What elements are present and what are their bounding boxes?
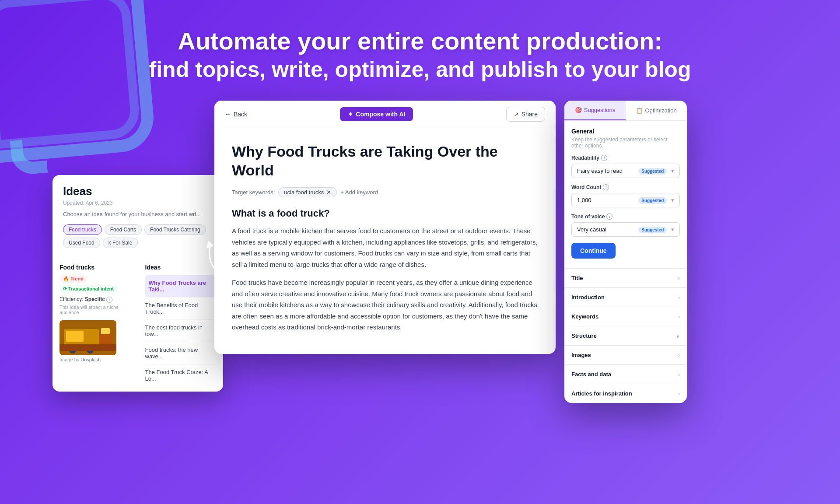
share-icon: ↗ <box>514 111 519 118</box>
article-p2: Food trucks have become increasingly pop… <box>232 277 538 333</box>
suggestions-icon: 🎯 <box>575 107 582 113</box>
keyword-tag-1[interactable]: ucla food trucks ✕ <box>278 187 337 197</box>
facts-chevron-icon: › <box>678 371 680 378</box>
word-count-suggested-badge: Suggested <box>638 197 667 204</box>
tag-food-carts[interactable]: Food Carts <box>105 224 142 235</box>
idea-item-3[interactable]: Food trucks: the new wave... <box>145 342 217 364</box>
add-keyword-button[interactable]: + Add keyword <box>340 189 378 196</box>
idea-item-2[interactable]: The best food trucks in tow... <box>145 320 217 342</box>
readability-chevron-icon: ▾ <box>671 168 674 174</box>
idea-item-1[interactable]: The Benefits of Food Truck... <box>145 298 217 320</box>
card-header: ← Back ✦ Compose with AI ↗ Share <box>214 101 556 128</box>
col1-title: Food trucks <box>60 264 131 271</box>
compose-icon: ✦ <box>348 111 353 118</box>
general-section-subtitle: Keep the suggested parameters or select … <box>571 136 680 149</box>
tag-k-for-sale[interactable]: k For Sale <box>103 238 138 248</box>
trans-badge: ⟳ Transactional intent <box>60 285 117 293</box>
share-button[interactable]: ↗ Share <box>506 107 545 122</box>
articles-chevron-icon: › <box>678 391 680 397</box>
structure-chevron-icon: ∨ <box>676 333 680 339</box>
badge-row: 🔥 Trend ⟳ Transactional intent <box>60 275 131 293</box>
main-card: ← Back ✦ Compose with AI ↗ Share Why Foo… <box>214 101 556 354</box>
word-count-select[interactable]: 1,000 Suggested ▾ <box>571 193 680 207</box>
tone-label: Tone of voice i <box>571 214 680 220</box>
facts-data-section[interactable]: Facts and data › <box>564 364 687 384</box>
tab-suggestions[interactable]: 🎯 Suggestions <box>564 101 626 120</box>
tag-food-trucks-catering[interactable]: Food Trucks Catering <box>144 224 206 235</box>
share-label: Share <box>522 111 538 118</box>
tags-row: Food trucks Food Carts Food Trucks Cater… <box>63 224 213 248</box>
introduction-section[interactable]: Introduction › <box>564 287 687 307</box>
keywords-section[interactable]: Keywords › <box>564 307 687 326</box>
bubble-tail <box>10 138 48 176</box>
keyword-text: ucla food trucks <box>284 189 324 196</box>
arrow-decoration <box>197 236 241 290</box>
hero-section: Automate your entire content production:… <box>0 26 840 84</box>
efficiency-value: Specific <box>85 296 105 302</box>
keyword-remove-icon[interactable]: ✕ <box>326 189 331 196</box>
tone-suggested-badge: Suggested <box>638 227 667 233</box>
images-section-label: Images <box>571 352 591 358</box>
tab-suggestions-label: Suggestions <box>584 107 616 113</box>
panel-content: General Keep the suggested parameters or… <box>564 121 687 268</box>
articles-inspiration-section[interactable]: Articles for inspiration › <box>564 384 687 403</box>
readability-value: Fairy easy to read <box>577 168 623 174</box>
word-count-chevron-icon: ▾ <box>671 197 674 203</box>
ideas-updated: Updated: Apr 6, 2023 <box>63 200 213 206</box>
idea-item-4[interactable]: The Food Truck Craze: A Lo... <box>145 364 217 386</box>
article-content: Why Food Trucks are Taking Over the Worl… <box>214 128 556 354</box>
facts-data-section-label: Facts and data <box>571 371 611 378</box>
ideas-col-left: Food trucks 🔥 Trend ⟳ Transactional inte… <box>52 259 138 392</box>
articles-inspiration-label: Articles for inspiration <box>571 390 632 397</box>
back-label: Back <box>234 111 247 118</box>
continue-button[interactable]: Continue <box>571 243 616 259</box>
readability-info-icon: i <box>601 155 607 161</box>
keywords-label: Target keywords: <box>232 189 275 196</box>
trend-badge: 🔥 Trend <box>60 275 87 283</box>
svg-rect-2 <box>66 331 84 342</box>
keywords-chevron-icon: › <box>678 314 680 320</box>
readability-suggested-badge: Suggested <box>638 168 667 175</box>
structure-section[interactable]: Structure ∨ <box>564 326 687 345</box>
img-caption: Image by Unsplash <box>60 357 131 362</box>
compose-button[interactable]: ✦ Compose with AI <box>340 107 413 121</box>
keywords-section-label: Keywords <box>571 313 598 320</box>
images-chevron-icon: › <box>678 352 680 358</box>
food-truck-image <box>60 320 116 355</box>
readability-label: Readability i <box>571 155 680 161</box>
keywords-row: Target keywords: ucla food trucks ✕ + Ad… <box>232 187 538 197</box>
tone-chevron-icon: ▾ <box>671 226 674 233</box>
optimization-icon: 📋 <box>636 107 643 114</box>
article-h2: What is a food truck? <box>232 208 538 219</box>
tone-select[interactable]: Very casual Suggested ▾ <box>571 222 680 237</box>
tone-value: Very casual <box>577 226 606 233</box>
readability-select[interactable]: Fairy easy to read Suggested ▾ <box>571 164 680 178</box>
back-button[interactable]: ← Back <box>225 111 247 118</box>
tab-optimization-label: Optimization <box>645 107 676 114</box>
info-icon: i <box>106 297 112 303</box>
structure-section-label: Structure <box>571 332 597 339</box>
panel-tabs: 🎯 Suggestions 📋 Optimization <box>564 101 687 121</box>
article-p1: A food truck is a mobile kitchen that se… <box>232 225 538 270</box>
intro-chevron-icon: › <box>678 294 680 301</box>
word-count-label: Word Count i <box>571 184 680 190</box>
svg-rect-6 <box>101 328 110 334</box>
tag-used-food[interactable]: Used Food <box>63 238 100 248</box>
svg-rect-7 <box>60 344 116 351</box>
ideas-title: Ideas <box>63 185 213 198</box>
tag-food-trucks[interactable]: Food trucks <box>63 224 102 235</box>
article-title: Why Food Trucks are Taking Over the Worl… <box>232 142 538 179</box>
ideas-description: Choose an idea found for your business a… <box>63 210 213 218</box>
compose-label: Compose with AI <box>356 111 405 118</box>
general-section-title: General <box>571 128 680 135</box>
word-count-value: 1,000 <box>577 197 592 203</box>
title-section[interactable]: Title › <box>564 268 687 287</box>
efficiency-label: Efficiency: Specific i <box>60 296 131 303</box>
hero-title-line1: Automate your entire content production: <box>0 26 840 56</box>
right-panel: 🎯 Suggestions 📋 Optimization General Kee… <box>564 101 687 403</box>
word-count-info-icon: i <box>603 184 609 190</box>
tab-optimization[interactable]: 📋 Optimization <box>626 101 687 120</box>
images-section[interactable]: Images › <box>564 345 687 364</box>
unsplash-link[interactable]: Unsplash <box>80 357 101 362</box>
tone-info-icon: i <box>606 214 612 220</box>
